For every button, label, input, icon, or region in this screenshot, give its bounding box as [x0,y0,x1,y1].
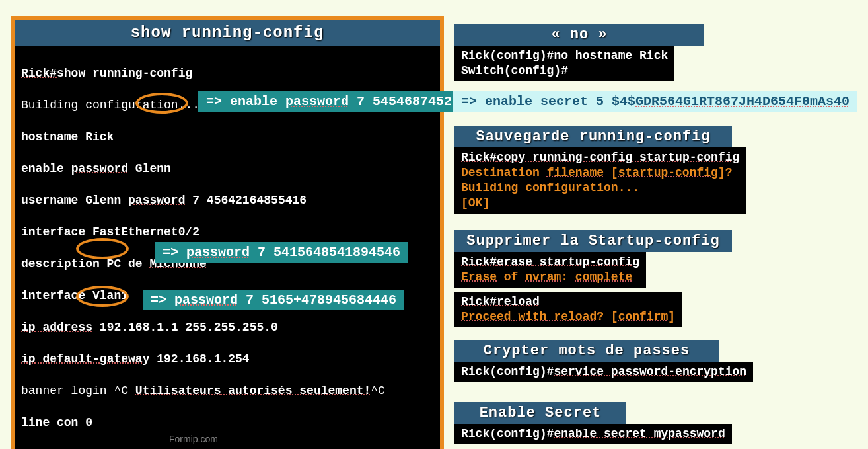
panel-crypt: Crypter mots de passes Rick(config)#serv… [454,340,753,382]
callout-enable-secret: => enable secret 5 $4$GDR564G1RT867JH4D6… [453,91,857,112]
panel-save-body: Rick#copy running-config startup-config … [454,147,746,214]
panel-no-header: « no » [454,24,704,46]
panel-secret-body: Rick(config)#enable secret mypassword [454,424,732,444]
callout-enable-password: => enable password 7 5454687452 [198,91,460,112]
panel-save: Sauvegarde running-config Rick#copy runn… [454,126,746,214]
panel-save-header: Sauvegarde running-config [454,126,732,147]
panel-secret-header: Enable Secret [454,402,626,424]
panel-delete-header: Supprimer la Startup-config [454,230,732,252]
panel-delete-body1: Rick#erase startup-config Erase of nvram… [454,252,646,288]
panel-no: « no » Rick(config)#no hostname Rick Swi… [454,24,704,81]
callout-password-carl: => password 7 5165+478945684446 [143,290,404,310]
panel-crypt-body: Rick(config)#service password-encryption [454,362,753,382]
panel-delete: Supprimer la Startup-config Rick#erase s… [454,230,732,327]
panel-crypt-header: Crypter mots de passes [454,340,719,362]
panel-secret: Enable Secret Rick(config)#enable secret… [454,402,732,444]
panel-delete-body2: Rick#reload Proceed with reload? [confir… [454,292,682,327]
panel-no-body: Rick(config)#no hostname Rick Switch(con… [454,46,674,81]
watermark: Formip.com [169,434,218,444]
main-header: show running-config [15,20,440,46]
main-panel: show running-config Rick#show running-co… [11,16,444,449]
callout-password-negan: => password 7 5415648541894546 [155,242,408,263]
